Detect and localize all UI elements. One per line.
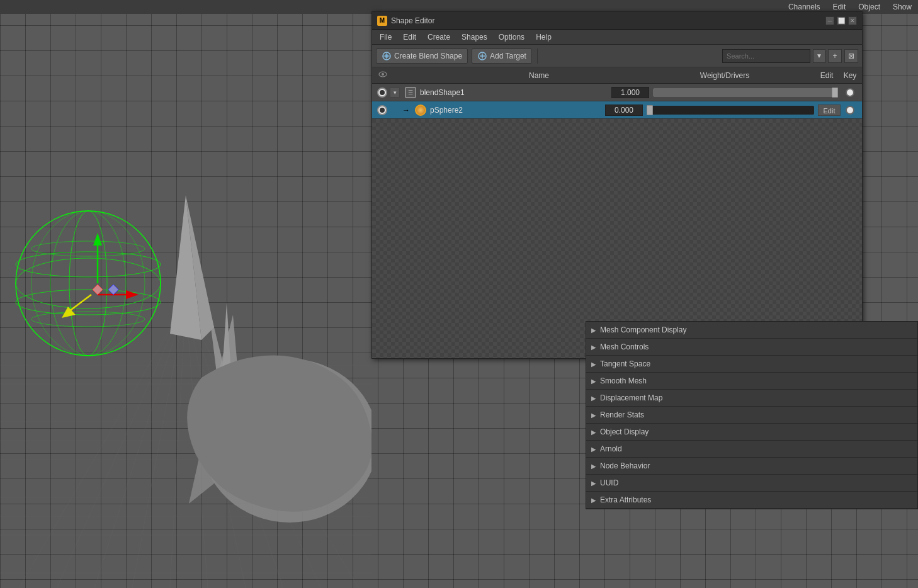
attr-section-displacement: ▶ Displacement Map: [586, 390, 917, 407]
attr-label-8: Node Behavior: [600, 461, 650, 470]
row-node-icon-2: [415, 105, 426, 116]
attr-section-extra-attributes: ▶ Extra Attributes: [586, 492, 917, 509]
window-controls: ─ ⬜ ✕: [825, 16, 857, 25]
menu-edit[interactable]: Edit: [398, 31, 421, 43]
attr-section-tangent: ▶ Tangent Space: [586, 356, 917, 373]
svg-point-54: [382, 73, 384, 76]
attr-section-object-display: ▶ Object Display: [586, 424, 917, 441]
row-expand-1[interactable]: ▾: [390, 88, 400, 98]
shape-editor-window: M Shape Editor ─ ⬜ ✕ File Edit Create Sh…: [371, 11, 863, 359]
menu-options[interactable]: Options: [494, 31, 530, 43]
svg-point-31: [16, 258, 161, 308]
add-filter-button[interactable]: +: [828, 49, 842, 63]
attr-section-header-displacement[interactable]: ▶ Displacement Map: [586, 390, 917, 406]
row-slider-thumb-1[interactable]: [832, 88, 838, 98]
svg-marker-44: [93, 285, 103, 295]
row-radio-1[interactable]: [377, 88, 387, 98]
add-target-icon: [477, 51, 487, 61]
attr-section-smooth: ▶ Smooth Mesh: [586, 373, 917, 390]
search-box: ▼ + ⊠: [722, 49, 858, 63]
svg-marker-39: [93, 233, 102, 246]
blend-shape-target-row: → pSphere2 Edit: [372, 101, 862, 119]
svg-point-30: [16, 252, 161, 277]
key-column-header: Key: [841, 71, 859, 80]
create-blend-shape-button[interactable]: Create Blend Shape: [376, 48, 468, 64]
weight-column-header: Weight/Drivers: [637, 71, 813, 80]
restore-button[interactable]: ⬜: [837, 16, 846, 25]
search-dropdown-button[interactable]: ▼: [813, 49, 825, 63]
row-key-dot-1[interactable]: [846, 88, 854, 97]
attr-arrow-4: ▶: [591, 395, 596, 402]
top-menu-edit[interactable]: Edit: [833, 3, 846, 11]
attr-section-header-node-behavior[interactable]: ▶ Node Behavior: [586, 458, 917, 474]
attr-label-4: Displacement Map: [600, 393, 662, 402]
menu-file[interactable]: File: [375, 31, 397, 43]
attr-section-mesh-component: ▶ Mesh Component Display: [586, 322, 917, 339]
svg-point-29: [16, 211, 161, 356]
attr-label-0: Mesh Component Display: [600, 325, 686, 334]
row-value-1[interactable]: [611, 87, 649, 98]
row-node-icon-1: ☰: [405, 87, 416, 98]
remove-filter-button[interactable]: ⊠: [844, 49, 858, 63]
attr-arrow-0: ▶: [591, 327, 596, 334]
menu-help[interactable]: Help: [531, 31, 557, 43]
top-menu-channels[interactable]: Channels: [788, 3, 820, 11]
name-column-header: Name: [441, 71, 637, 80]
svg-point-32: [16, 290, 161, 315]
edit-column-header: Edit: [813, 71, 841, 80]
row-slider-area-2: [643, 106, 818, 115]
attr-section-header-render-stats[interactable]: ▶ Render Stats: [586, 407, 917, 423]
editor-toolbar: Create Blend Shape Add Target ▼ + ⊠: [372, 45, 862, 67]
row-slider-area-1: [649, 88, 841, 97]
attr-section-render-stats: ▶ Render Stats: [586, 407, 917, 424]
attr-section-header-mesh-component[interactable]: ▶ Mesh Component Display: [586, 322, 917, 338]
attr-label-3: Smooth Mesh: [600, 376, 647, 385]
attr-section-header-uuid[interactable]: ▶ UUID: [586, 475, 917, 491]
row-key-dot-2[interactable]: [846, 106, 854, 115]
row-slider-thumb-2[interactable]: [647, 105, 653, 115]
attr-section-header-arnold[interactable]: ▶ Arnold: [586, 441, 917, 457]
blend-shape-icon: [382, 51, 392, 61]
attr-section-header-smooth[interactable]: ▶ Smooth Mesh: [586, 373, 917, 389]
attr-arrow-10: ▶: [591, 497, 596, 504]
attr-label-5: Render Stats: [600, 410, 644, 419]
search-input[interactable]: [722, 49, 810, 63]
svg-line-13: [57, 302, 186, 588]
attr-arrow-9: ▶: [591, 480, 596, 487]
row-slider-2[interactable]: [647, 106, 814, 115]
attr-section-header-mesh-controls[interactable]: ▶ Mesh Controls: [586, 339, 917, 355]
viewport-scene: [0, 0, 371, 588]
row-edit-button-2[interactable]: Edit: [818, 105, 841, 116]
attr-arrow-1: ▶: [591, 344, 596, 351]
row-slider-1[interactable]: [653, 88, 837, 97]
svg-point-33: [31, 241, 145, 256]
minimize-button[interactable]: ─: [825, 16, 834, 25]
add-target-label: Add Target: [490, 52, 526, 60]
attr-label-2: Tangent Space: [600, 359, 650, 368]
attr-section-mesh-controls: ▶ Mesh Controls: [586, 339, 917, 356]
svg-marker-41: [126, 290, 139, 299]
menu-shapes[interactable]: Shapes: [456, 31, 492, 43]
editor-menubar: File Edit Create Shapes Options Help: [372, 30, 862, 45]
svg-line-12: [19, 302, 186, 588]
top-menu-object[interactable]: Object: [858, 3, 880, 11]
close-button[interactable]: ✕: [848, 16, 857, 25]
attr-label-7: Arnold: [600, 444, 622, 453]
top-menu-show[interactable]: Show: [893, 3, 912, 11]
window-title: Shape Editor: [391, 16, 822, 25]
attr-section-header-extra[interactable]: ▶ Extra Attributes: [586, 492, 917, 508]
attr-label-1: Mesh Controls: [600, 342, 649, 351]
svg-point-36: [50, 211, 126, 356]
attr-section-header-object-display[interactable]: ▶ Object Display: [586, 424, 917, 440]
eye-column-header: [375, 69, 391, 81]
attr-section-header-tangent[interactable]: ▶ Tangent Space: [586, 356, 917, 372]
row-radio-2[interactable]: [377, 105, 387, 115]
titlebar: M Shape Editor ─ ⬜ ✕: [372, 12, 862, 30]
attr-arrow-2: ▶: [591, 361, 596, 368]
menu-create[interactable]: Create: [422, 31, 455, 43]
row-value-2[interactable]: [605, 105, 643, 116]
row-slider-fill-1: [653, 88, 835, 97]
add-target-button[interactable]: Add Target: [472, 48, 532, 64]
row-name-1: blendShape1: [420, 88, 611, 97]
attr-section-arnold: ▶ Arnold: [586, 441, 917, 458]
